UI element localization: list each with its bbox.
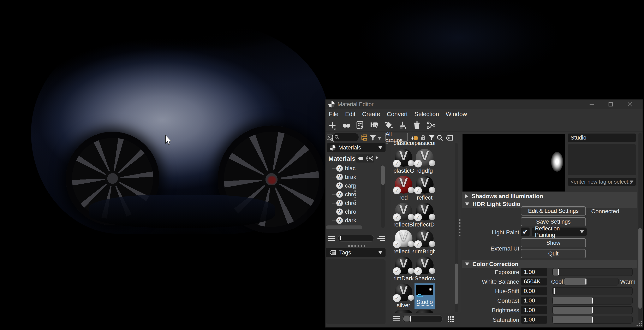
section-shadows-illumination[interactable]: Shadows and Illumination bbox=[462, 192, 637, 200]
tree-scrollbar[interactable] bbox=[381, 165, 385, 228]
save-settings-button[interactable]: Save Settings bbox=[521, 217, 586, 226]
live-sync-icon[interactable] bbox=[365, 154, 374, 163]
delete-material-icon[interactable] bbox=[412, 121, 422, 130]
tree-hscrollbar-thumb[interactable] bbox=[326, 225, 362, 229]
close-button[interactable] bbox=[623, 100, 637, 109]
grid-view-icon[interactable] bbox=[447, 315, 455, 324]
cc-slider-handle[interactable] bbox=[592, 298, 593, 303]
cc-slider-handle[interactable] bbox=[592, 307, 593, 313]
grid-panel-splitter[interactable] bbox=[459, 219, 460, 236]
thumbnail-size-slider[interactable] bbox=[402, 315, 443, 322]
clean-materials-icon[interactable] bbox=[398, 121, 408, 130]
tree-icon-size-slider[interactable] bbox=[338, 235, 374, 242]
tree-expand-caret-icon[interactable] bbox=[376, 156, 378, 160]
add-material-icon[interactable] bbox=[328, 121, 337, 130]
cc-slider[interactable] bbox=[552, 268, 632, 276]
tree-item-brake[interactable]: V brake bbox=[326, 173, 356, 182]
cc-slider-handle[interactable] bbox=[586, 279, 586, 284]
grid-filter-icon[interactable] bbox=[428, 134, 435, 143]
maximize-button[interactable] bbox=[604, 100, 618, 109]
cc-value-input[interactable]: 6504K bbox=[521, 278, 547, 285]
view-selector-dropdown[interactable]: Materials bbox=[327, 143, 386, 152]
title-bar[interactable]: Material Editor bbox=[326, 100, 642, 109]
tree-item-chro[interactable]: V chro bbox=[326, 191, 356, 199]
fill-assign-material-icon[interactable] bbox=[384, 121, 394, 130]
cc-slider[interactable] bbox=[552, 287, 632, 295]
inspector-scrollbar-thumb[interactable] bbox=[638, 228, 642, 309]
paint-mode-dropdown[interactable]: Reflection Painting bbox=[532, 227, 587, 236]
material-thumb-silver[interactable]: V ✓ silver bbox=[394, 283, 414, 309]
material-thumb-rdgdfg[interactable]: V ✓ rdgdfg bbox=[414, 149, 435, 175]
tree-column-splitter[interactable] bbox=[354, 187, 356, 204]
menu-file[interactable]: File bbox=[329, 111, 338, 118]
grid-scrollbar[interactable] bbox=[455, 143, 458, 312]
minimize-button[interactable] bbox=[584, 100, 599, 109]
list-options-icon[interactable] bbox=[327, 235, 336, 243]
menu-edit[interactable]: Edit bbox=[345, 111, 356, 118]
tag-entry-dropdown[interactable]: <enter new tag or select... bbox=[568, 178, 636, 186]
tree-item-black[interactable]: V black bbox=[326, 165, 356, 173]
material-preview[interactable] bbox=[462, 134, 565, 191]
tree-item-chro[interactable]: V chro bbox=[326, 208, 356, 216]
filter-icon[interactable] bbox=[370, 134, 376, 143]
menu-create[interactable]: Create bbox=[362, 111, 380, 118]
filter-caret-down-icon[interactable] bbox=[378, 137, 382, 140]
tree-item-darke[interactable]: V darke bbox=[326, 217, 356, 225]
select-displayed-materials-icon[interactable] bbox=[356, 121, 365, 130]
cc-slider[interactable] bbox=[552, 316, 632, 323]
material-thumb-rimDark[interactable]: V ✓ rimDark bbox=[394, 256, 414, 282]
menu-window[interactable]: Window bbox=[446, 111, 467, 118]
grid-search-icon[interactable] bbox=[436, 134, 444, 143]
material-thumb-rimBright[interactable]: V ✓ rimBright bbox=[414, 230, 435, 255]
tree-tag-icon[interactable] bbox=[356, 154, 365, 163]
cc-value-input[interactable]: 1.00 bbox=[521, 268, 547, 276]
material-thumb-reflectBl[interactable]: V ✓ reflectBl bbox=[394, 203, 414, 228]
cc-value-input[interactable]: 1.00 bbox=[521, 316, 547, 323]
apply-material-to-selection-icon[interactable] bbox=[370, 121, 379, 130]
tags-list-panel[interactable] bbox=[326, 259, 386, 324]
tags-dropdown[interactable]: Tags bbox=[326, 248, 386, 257]
duplicate-material-icon[interactable] bbox=[342, 121, 351, 130]
material-graph-icon[interactable] bbox=[426, 121, 436, 130]
material-thumb-red[interactable]: V ✓ red bbox=[394, 176, 414, 201]
show-external-ui-button[interactable]: Show bbox=[521, 238, 586, 247]
link-materials-icon[interactable] bbox=[411, 134, 418, 143]
thumbnail-size-slider-handle[interactable] bbox=[410, 316, 412, 321]
section-color-correction[interactable]: Color Correction bbox=[462, 260, 637, 268]
tree-item-carpa[interactable]: V carpa bbox=[326, 182, 356, 190]
menu-selection[interactable]: Selection bbox=[414, 111, 439, 118]
material-thumb-reflectD[interactable]: V ✓ reflectD bbox=[414, 203, 435, 228]
cc-slider[interactable] bbox=[564, 278, 618, 285]
tree-size-slider-handle[interactable] bbox=[340, 236, 340, 240]
cc-slider[interactable] bbox=[552, 306, 632, 314]
cc-slider[interactable] bbox=[552, 297, 632, 304]
edit-load-settings-button[interactable]: Edit & Load Settings bbox=[521, 206, 586, 215]
material-thumb-reflectLe[interactable]: V ✓ reflectLe bbox=[394, 230, 414, 255]
material-thumb-Studio[interactable]: Studio bbox=[414, 283, 435, 309]
menu-convert[interactable]: Convert bbox=[387, 111, 408, 118]
sort-options-icon[interactable] bbox=[377, 235, 386, 243]
material-thumb-reflect[interactable]: V ✓ reflect bbox=[414, 176, 435, 201]
quit-external-ui-button[interactable]: Quit bbox=[521, 249, 586, 258]
material-comment-box[interactable] bbox=[568, 144, 636, 175]
inspector-scrollbar[interactable] bbox=[638, 133, 642, 321]
panel-splitter-horizontal[interactable] bbox=[348, 245, 365, 247]
grid-scrollbar-thumb[interactable] bbox=[455, 263, 458, 304]
cc-value-input[interactable]: 1.00 bbox=[521, 306, 547, 314]
tree-scrollbar-thumb[interactable] bbox=[381, 165, 385, 185]
grid-list-view-icon[interactable] bbox=[392, 315, 400, 324]
material-thumb-Shadow[interactable]: V ✓ Shadow bbox=[414, 256, 435, 282]
tree-item-chro[interactable]: V chro bbox=[326, 199, 356, 208]
tree-hierarchy-icon[interactable] bbox=[360, 134, 368, 143]
light-paint-checkbox[interactable]: ✔ bbox=[521, 227, 530, 236]
tag-filter-icon[interactable] bbox=[445, 134, 454, 143]
groups-filter-button[interactable]: All groups bbox=[385, 133, 408, 142]
cc-slider-handle[interactable] bbox=[558, 269, 559, 275]
cc-value-input[interactable]: 0.00 bbox=[521, 287, 547, 295]
cc-value-input[interactable]: 1.00 bbox=[521, 297, 547, 304]
lock-icon[interactable] bbox=[420, 134, 426, 142]
material-name-field[interactable]: Studio bbox=[568, 134, 636, 142]
material-thumb-plasticGl[interactable]: V ✓ plasticGl bbox=[394, 149, 414, 175]
cc-slider-handle[interactable] bbox=[554, 288, 554, 294]
window-resize-grip[interactable] bbox=[636, 321, 642, 326]
